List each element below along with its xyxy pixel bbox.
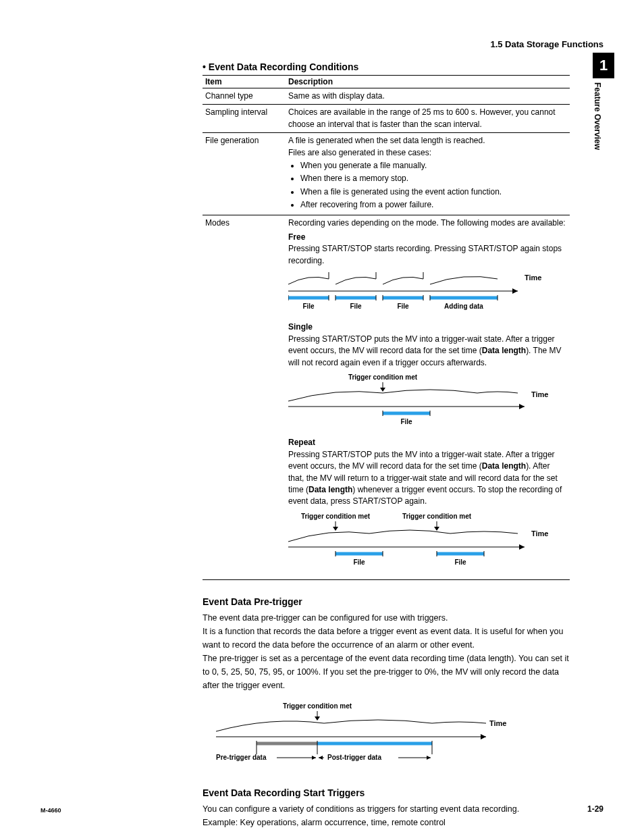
file-label: File (454, 558, 466, 566)
time-label: Time (525, 273, 541, 282)
cell-desc: A file is generated when the set data le… (286, 133, 570, 215)
file-label: File (302, 303, 315, 310)
svg-marker-1 (512, 288, 518, 294)
trigger-label: Trigger condition met (402, 513, 472, 520)
start-triggers-p2: Example: Key operations, alarm occurrenc… (203, 816, 570, 829)
list-item: When you generate a file manually. (300, 160, 567, 172)
th-desc: Description (286, 76, 570, 88)
text-line: Files are also generated in these cases: (288, 147, 567, 159)
table-row: File generation A file is generated when… (203, 133, 570, 215)
cell-item: File generation (203, 133, 286, 215)
pretrigger-p1: The event data pre-trigger can be config… (203, 611, 570, 625)
list-item: When there is a memory stop. (300, 173, 567, 184)
svg-marker-34 (315, 716, 320, 721)
pretrigger-heading: Event Data Pre-trigger (203, 596, 570, 607)
cell-desc: Choices are available in the range of 25… (286, 105, 570, 133)
file-label: File (400, 418, 412, 425)
list-item: When a file is generated using the event… (300, 186, 567, 198)
cell-item: Channel type (203, 88, 286, 105)
time-label: Time (489, 719, 506, 727)
svg-marker-22 (333, 527, 338, 531)
mode-single-name: Single (288, 321, 567, 333)
svg-marker-47 (427, 756, 431, 760)
start-triggers-p1: You can configure a variety of condition… (203, 802, 570, 816)
chapter-title: Feature Overview (593, 78, 602, 150)
conditions-heading: Event Data Recording Conditions (203, 61, 570, 72)
trigger-label: Trigger condition met (283, 702, 352, 710)
svg-marker-24 (434, 527, 439, 531)
mode-single-desc: Pressing START/STOP puts the MV into a t… (288, 334, 567, 369)
post-trigger-label: Post-trigger data (327, 754, 381, 761)
svg-marker-45 (319, 756, 323, 760)
mode-repeat-desc: Pressing START/STOP puts the MV into a t… (288, 449, 567, 508)
pretrigger-diagram: Trigger condition met Time Pre-trigger d… (216, 702, 570, 771)
file-label: File (350, 303, 362, 310)
footer-docid: M-4660 (41, 807, 61, 814)
svg-marker-36 (481, 734, 486, 739)
section-header: 1.5 Data Storage Functions (88, 39, 603, 49)
footer-page: 1-29 (587, 804, 603, 814)
single-mode-diagram: Trigger condition met Time File (288, 373, 567, 434)
time-label: Time (531, 529, 548, 538)
trigger-label: Trigger condition met (301, 513, 371, 520)
th-item: Item (203, 76, 286, 88)
svg-marker-17 (519, 404, 525, 409)
cell-item: Modes (203, 215, 286, 580)
text-line: A file is generated when the set data le… (288, 135, 567, 147)
time-label: Time (531, 390, 548, 398)
svg-marker-15 (380, 388, 385, 392)
mode-repeat-name: Repeat (288, 437, 567, 448)
cell-item: Sampling interval (203, 105, 286, 133)
pretrigger-p2: It is a function that records the data b… (203, 625, 570, 652)
mode-free-name: Free (288, 232, 567, 243)
list-item: After recovering from a power failure. (300, 199, 567, 211)
svg-marker-26 (519, 544, 525, 550)
cell-desc: Same as with display data. (286, 88, 570, 105)
repeat-mode-diagram: Trigger condition met Trigger condition … (288, 512, 567, 575)
table-row: Sampling interval Choices are available … (203, 105, 570, 133)
free-mode-diagram: Time File (288, 271, 567, 319)
modes-intro: Recording varies depending on the mode. … (288, 217, 567, 229)
trigger-label: Trigger condition met (348, 373, 418, 381)
start-triggers-heading: Event Data Recording Start Triggers (203, 787, 570, 798)
chapter-number: 1 (593, 53, 614, 78)
conditions-table: Item Description Channel type Same as wi… (203, 75, 570, 580)
table-row: Channel type Same as with display data. (203, 88, 570, 105)
mode-free-desc: Pressing START/STOP starts recording. Pr… (288, 243, 567, 267)
file-label: File (353, 558, 365, 566)
chapter-tab: 1 Feature Overview (593, 53, 614, 150)
table-row: Modes Recording varies depending on the … (203, 215, 570, 580)
cell-desc: Recording varies depending on the mode. … (286, 215, 570, 580)
pretrigger-p3: The pre-trigger is set as a percentage o… (203, 652, 570, 692)
file-label: File (397, 303, 409, 310)
pre-trigger-label: Pre-trigger data (216, 754, 267, 761)
svg-marker-43 (312, 756, 316, 760)
adding-label: Adding data (444, 303, 483, 310)
